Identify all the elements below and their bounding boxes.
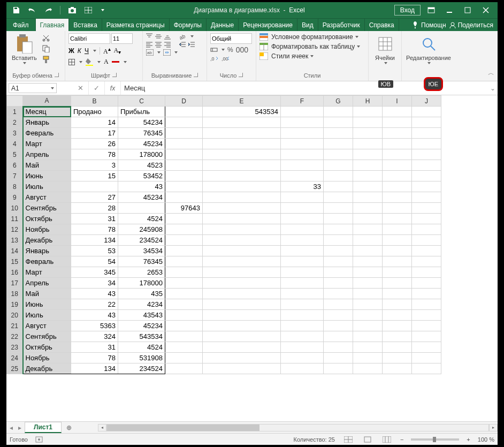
cell-H12[interactable] (353, 224, 383, 235)
align-bottom-icon[interactable] (164, 33, 171, 40)
tab-Вставка[interactable]: Вставка (69, 19, 102, 31)
cell-A11[interactable]: Октябрь (23, 214, 71, 224)
cell-A10[interactable]: Сентябрь (23, 203, 71, 214)
cell-J16[interactable] (412, 267, 441, 278)
cell-I2[interactable] (383, 117, 412, 128)
cell-G20[interactable] (324, 310, 353, 321)
cell-D20[interactable] (165, 310, 203, 321)
row-header-10[interactable]: 10 (7, 203, 23, 214)
row-header-21[interactable]: 21 (7, 321, 23, 331)
cell-J17[interactable] (412, 278, 441, 289)
cell-D15[interactable] (165, 256, 203, 267)
row-header-25[interactable]: 25 (7, 363, 23, 374)
col-header-I[interactable]: I (383, 96, 412, 107)
cell-D6[interactable] (165, 160, 203, 171)
bold-button[interactable]: Ж (68, 47, 74, 55)
worksheet-grid[interactable]: ABCDEFGHIJ 1МесяцПроданоПрибыль5435342Ян… (6, 95, 441, 374)
cell-G17[interactable] (324, 278, 353, 289)
cell-G6[interactable] (324, 160, 353, 171)
cell-J15[interactable] (412, 256, 441, 267)
cell-G3[interactable] (324, 128, 353, 139)
cell-B23[interactable]: 31 (71, 342, 118, 353)
cell-I8[interactable] (383, 181, 412, 192)
cell-G18[interactable] (324, 289, 353, 299)
format-painter-icon[interactable] (41, 55, 51, 64)
tab-Вид[interactable]: Вид (297, 19, 318, 31)
row-header-17[interactable]: 17 (7, 278, 23, 289)
zoom-slider[interactable] (411, 438, 459, 441)
cell-I17[interactable] (383, 278, 412, 289)
cell-I21[interactable] (383, 321, 412, 331)
cell-H6[interactable] (353, 160, 383, 171)
cell-I3[interactable] (383, 128, 412, 139)
align-right-icon[interactable] (164, 41, 171, 48)
cell-C6[interactable]: 4523 (118, 160, 165, 171)
cell-F12[interactable] (281, 224, 324, 235)
cell-F11[interactable] (281, 214, 324, 224)
collapse-ribbon-icon[interactable]: ︿ (488, 69, 494, 78)
cell-B17[interactable]: 34 (71, 278, 118, 289)
cell-E16[interactable] (203, 267, 281, 278)
cell-J6[interactable] (412, 160, 441, 171)
cell-E21[interactable] (203, 321, 281, 331)
wrap-text-icon[interactable]: ab (146, 49, 154, 56)
cell-H11[interactable] (353, 214, 383, 224)
cell-F6[interactable] (281, 160, 324, 171)
cell-G12[interactable] (324, 224, 353, 235)
cell-C13[interactable]: 234524 (118, 235, 165, 246)
cell-G5[interactable] (324, 149, 353, 160)
cell-E5[interactable] (203, 149, 281, 160)
cell-A9[interactable]: Август (23, 192, 71, 203)
cell-D1[interactable] (165, 107, 203, 117)
cell-D3[interactable] (165, 128, 203, 139)
cell-F9[interactable] (281, 192, 324, 203)
cell-J9[interactable] (412, 192, 441, 203)
cell-H22[interactable] (353, 331, 383, 342)
tab-Рецензирование[interactable]: Рецензирование (239, 19, 297, 31)
cell-B24[interactable]: 78 (71, 353, 118, 363)
row-header-8[interactable]: 8 (7, 181, 23, 192)
row-header-24[interactable]: 24 (7, 353, 23, 363)
row-header-22[interactable]: 22 (7, 331, 23, 342)
cell-C9[interactable]: 45234 (118, 192, 165, 203)
cell-G10[interactable] (324, 203, 353, 214)
cell-D12[interactable] (165, 224, 203, 235)
decrease-font-icon[interactable]: A▾ (114, 47, 121, 55)
cell-E25[interactable] (203, 363, 281, 374)
save-icon[interactable] (12, 6, 20, 14)
cell-I18[interactable] (383, 289, 412, 299)
copy-icon[interactable] (41, 44, 51, 54)
cell-J12[interactable] (412, 224, 441, 235)
sheet-tab-1[interactable]: Лист1 (25, 422, 62, 433)
maximize-button[interactable] (460, 4, 475, 17)
name-box[interactable]: A1 (9, 83, 57, 93)
cell-D11[interactable] (165, 214, 203, 224)
cell-J20[interactable] (412, 310, 441, 321)
cell-A16[interactable]: Март (23, 267, 71, 278)
cell-G4[interactable] (324, 139, 353, 149)
cell-H20[interactable] (353, 310, 383, 321)
cell-F16[interactable] (281, 267, 324, 278)
cell-D16[interactable] (165, 267, 203, 278)
undo-icon[interactable] (28, 6, 36, 14)
col-header-H[interactable]: H (353, 96, 383, 107)
cell-I25[interactable] (383, 363, 412, 374)
cell-J4[interactable] (412, 139, 441, 149)
row-header-14[interactable]: 14 (7, 246, 23, 256)
cell-H17[interactable] (353, 278, 383, 289)
cell-A4[interactable]: Март (23, 139, 71, 149)
cell-G15[interactable] (324, 256, 353, 267)
cell-F23[interactable] (281, 342, 324, 353)
cell-E9[interactable] (203, 192, 281, 203)
cell-C2[interactable]: 54234 (118, 117, 165, 128)
row-header-19[interactable]: 19 (7, 299, 23, 310)
cell-C8[interactable]: 43 (118, 181, 165, 192)
fill-color-icon[interactable] (86, 58, 93, 66)
page-break-preview-icon[interactable] (84, 6, 93, 14)
cell-B18[interactable]: 43 (71, 289, 118, 299)
cell-H1[interactable] (353, 107, 383, 117)
col-header-A[interactable]: A (23, 96, 71, 107)
cell-E7[interactable] (203, 171, 281, 181)
editing-button[interactable]: Редактирование (404, 33, 453, 65)
cell-E1[interactable]: 543534 (203, 107, 281, 117)
